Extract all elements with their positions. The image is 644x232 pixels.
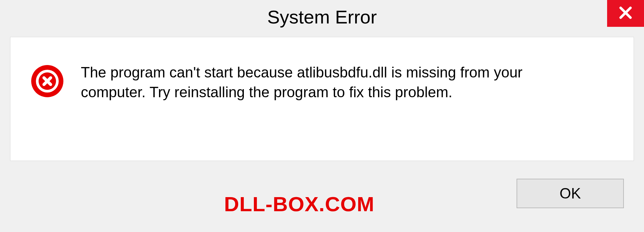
dialog-title: System Error: [267, 6, 377, 28]
watermark-text: DLL-BOX.COM: [224, 192, 374, 216]
error-icon: [31, 64, 64, 98]
ok-button[interactable]: OK: [517, 179, 624, 208]
dialog-message: The program can't start because atlibusb…: [81, 62, 584, 102]
dialog-content: The program can't start because atlibusb…: [10, 37, 634, 161]
dialog-footer: DLL-BOX.COM OK: [0, 165, 644, 232]
close-icon: [618, 5, 633, 21]
close-button[interactable]: [607, 0, 644, 27]
titlebar: System Error: [0, 0, 644, 34]
